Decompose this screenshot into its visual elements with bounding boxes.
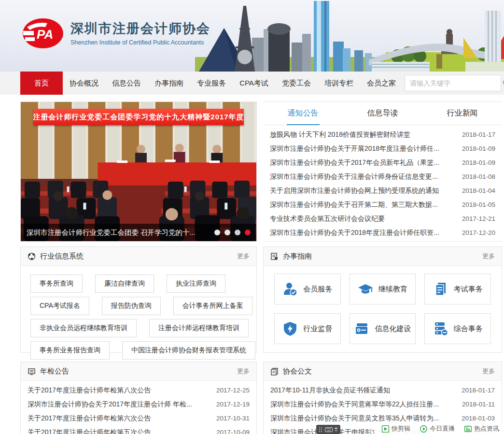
live-today-button[interactable]: 今日直播 — [420, 424, 455, 433]
news-item-date: 2018-01-08 — [462, 173, 495, 180]
hot-news-icon — [464, 425, 472, 433]
news-item[interactable]: 放眼风物 计天下利 2018价值投资解密财经讲堂 2018-01-17 — [263, 128, 502, 142]
tab-industry-news[interactable]: 行业新闻 — [422, 102, 502, 125]
industry-supervision-icon — [282, 321, 298, 336]
guide-card-general-affairs[interactable]: 综合事务 — [424, 313, 491, 344]
news-item-title: 深圳市注册会计师协会关于开展2018年度注册会计师任... — [270, 145, 455, 153]
nonpracticing-training-button[interactable]: 非执业会员远程继续教育培训 — [30, 319, 137, 337]
hero-carousel[interactable]: 深圳市注册会计师行业党委工会团委学习党的十九大精神暨2017年度总结会 深圳市注… — [20, 101, 257, 242]
document-icon — [270, 367, 279, 376]
nav-item-members[interactable]: 会员之家 — [360, 72, 403, 95]
carousel-dot-2[interactable] — [224, 230, 230, 235]
list-item-title: 关于2017年度注册会计师年检第五次公告 — [28, 428, 210, 434]
guide-card-continuing-education[interactable]: 继续教育 — [350, 274, 416, 304]
site-subtitle: Shenzhen Institute of Certified Public A… — [70, 39, 210, 46]
nav-item-services[interactable]: 专业服务 — [190, 72, 233, 95]
list-item[interactable]: 关于2017年度注册会计师年检第八次公告 2017-12-25 — [21, 383, 256, 397]
news-item[interactable]: 深圳市注册会计师协会关于2017年会员新年礼品（果篮... 2018-01-09 — [263, 156, 502, 170]
firm-online-filing-button[interactable]: 会计事务所网上备案 — [173, 297, 252, 315]
firm-query-button[interactable]: 事务所查询 — [30, 275, 83, 293]
industry-systems-more-link[interactable]: 更多 — [237, 252, 250, 260]
news-item[interactable]: 深圳市注册会计师协会关于开展2018年度注册会计师任... 2018-01-09 — [263, 142, 502, 156]
tab-notices[interactable]: 通知公告 — [263, 102, 343, 125]
service-guide-panel: 办事指南 更多 会员服务 继续教育 — [263, 246, 502, 353]
service-guide-body: 会员服务 继续教育 考试事务 行业监督 — [264, 266, 502, 352]
exam-affairs-icon — [433, 281, 448, 297]
news-item[interactable]: 关于启用深圳市注册会计师协会网上预约受理系统的通知 2018-01-04 — [263, 184, 502, 198]
list-item[interactable]: 深圳市注册会计师协会关于同意蒋翠华等22人担任注册... 2018-01-11 — [264, 397, 502, 411]
annual-inspection-more-link[interactable]: 更多 — [237, 367, 250, 376]
hot-news-label: 热点资讯 — [474, 424, 499, 433]
nav-item-cpa-exam[interactable]: CPA考试 — [233, 72, 275, 95]
report-antifake-query-button[interactable]: 报告防伪查询 — [102, 297, 161, 315]
nav-item-party-union[interactable]: 党委工会 — [275, 72, 318, 95]
tab-info-digest[interactable]: 信息导读 — [343, 102, 422, 125]
cpa-exam-register-button[interactable]: CPA考试报名 — [30, 297, 89, 315]
list-item[interactable]: 深圳市注册会计师协会关于2017年度注册会计师 年检... 2017-12-19 — [21, 397, 256, 411]
news-item[interactable]: 专业技术委员会第五次研讨会会议纪要 2017-12-21 — [263, 212, 502, 226]
guide-card-exam-affairs[interactable]: 考试事务 — [424, 274, 491, 304]
practicing-cpa-query-button[interactable]: 执业注师查询 — [167, 275, 225, 293]
association-docs-more-link[interactable]: 更多 — [482, 367, 495, 376]
nav-item-announcements[interactable]: 信息公告 — [105, 72, 148, 95]
nav-item-home[interactable]: 首页 — [20, 72, 63, 95]
carousel-caption[interactable]: 深圳市注册会计师行业党委工会团委 召开学习党的十... — [27, 228, 210, 237]
list-item-date: 2018-01-11 — [462, 401, 495, 408]
brand[interactable]: PA 深圳市注册会计师协会 Shenzhen Institute of Cert… — [22, 17, 210, 49]
clipboard-icon — [270, 252, 279, 260]
site-header: PA 深圳市注册会计师协会 Shenzhen Institute of Cert… — [0, 0, 504, 72]
cicpa-financial-report-system-button[interactable]: 中国注册会计师协会财务报表管理系统 — [122, 341, 255, 360]
annual-inspection-title: 年检公告 — [40, 367, 69, 376]
continuing-education-icon — [358, 281, 373, 297]
list-item-date: 2017-10-31 — [216, 415, 250, 422]
news-tab-bar: 通知公告 信息导读 行业新闻 — [263, 102, 502, 125]
industry-systems-title: 行业信息系统 — [40, 252, 84, 261]
news-item-title: 关于启用深圳市注册会计师协会网上预约受理系统的通知 — [270, 187, 455, 195]
news-item-date: 2017-12-21 — [462, 215, 495, 222]
search-icon[interactable] — [502, 78, 504, 88]
cpa-remote-training-button[interactable]: 注册会计师远程继教育培训 — [149, 319, 249, 337]
news-item[interactable]: 深圳市注册会计师协会关于2018年度注册会计师任职资... 2017-12-20 — [263, 226, 502, 240]
carousel-dots — [214, 230, 251, 235]
news-item[interactable]: 深圳市注册会计师协会关于注册会计师身份证信息变更... 2018-01-08 — [263, 170, 502, 184]
guide-card-label: 行业监督 — [303, 324, 332, 333]
quick-clip-button[interactable]: 快剪辑 — [382, 424, 410, 433]
ime-grid-icon — [319, 427, 323, 433]
annual-inspection-header: 年检公告 更多 — [21, 362, 256, 381]
news-item-date: 2018-01-04 — [462, 187, 495, 194]
nav-item-training[interactable]: 培训专栏 — [318, 72, 360, 95]
nav-item-about[interactable]: 协会概况 — [63, 72, 105, 95]
news-item[interactable]: 深圳市注册会计师协会关于召开第二期、第三期大数据... 2018-01-05 — [263, 198, 502, 212]
list-item[interactable]: 关于2017年度注册会计师年检第六次公告 2017-10-31 — [21, 411, 256, 425]
service-guide-more-link[interactable]: 更多 — [482, 252, 495, 260]
association-docs-header: 协会公文 更多 — [264, 362, 502, 381]
industry-systems-body: 事务所查询 廉洁自律查询 执业注师查询 CPA考试报名 报告防伪查询 会计事务所… — [21, 266, 256, 366]
guide-card-member-service[interactable]: 会员服务 — [274, 274, 341, 304]
live-today-label: 今日直播 — [430, 424, 455, 433]
site-title: 深圳市注册会计师协会 — [70, 21, 210, 36]
news-item-date: 2018-01-09 — [462, 145, 495, 152]
firm-report-query-button[interactable]: 事务所业务报告查询 — [30, 341, 110, 360]
integrity-query-button[interactable]: 廉洁自律查询 — [95, 275, 154, 293]
news-item-title: 深圳市注册会计师协会关于注册会计师身份证信息变更... — [270, 173, 455, 181]
search-input[interactable] — [405, 76, 502, 90]
list-item[interactable]: 关于2017年度注册会计师年检第五次公告 2017-10-09 — [21, 425, 256, 434]
hot-news-button[interactable]: 热点资讯 — [464, 424, 499, 433]
carousel-dot-1[interactable] — [214, 230, 220, 235]
guide-card-informatization[interactable]: 信息化建设 — [350, 313, 416, 344]
list-item-date: 2018-01-17 — [462, 387, 495, 394]
service-guide-header: 办事指南 更多 — [264, 247, 502, 266]
carousel-dot-3[interactable] — [235, 230, 240, 235]
guide-card-industry-supervision[interactable]: 行业监督 — [274, 313, 341, 344]
carousel-dot-4[interactable] — [245, 230, 251, 235]
news-item-title: 深圳市注册会计师协会关于2017年会员新年礼品（果篮... — [270, 159, 455, 167]
svg-text:PA: PA — [37, 27, 53, 42]
news-item-title: 深圳市注册会计师协会关于2018年度注册会计师任职资... — [270, 229, 455, 237]
nav-item-guide[interactable]: 办事指南 — [148, 72, 190, 95]
news-item-date: 2018-01-17 — [462, 131, 495, 138]
ime-toolbar[interactable] — [316, 425, 340, 434]
list-item[interactable]: 2017年10-11月非执业会员证书领证通知 2018-01-17 — [264, 383, 502, 397]
general-affairs-icon — [433, 321, 448, 336]
industry-systems-header: 行业信息系统 更多 — [21, 247, 256, 266]
guide-card-label: 综合事务 — [454, 324, 483, 333]
